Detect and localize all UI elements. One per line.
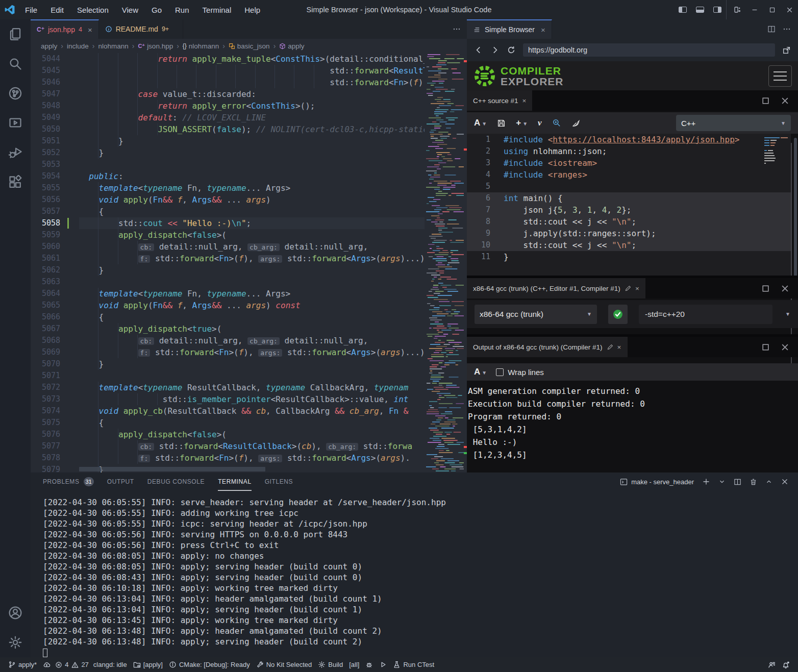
activity-run-view-icon[interactable] bbox=[0, 108, 31, 138]
edit-icon[interactable] bbox=[607, 344, 613, 351]
activity-search-icon[interactable] bbox=[0, 49, 31, 79]
status-bell[interactable] bbox=[779, 657, 793, 672]
status-gear[interactable]: Build bbox=[315, 657, 346, 672]
url-input[interactable]: https://godbolt.org bbox=[523, 43, 775, 57]
add-pane-button[interactable]: +▼ bbox=[516, 118, 528, 128]
maximize-panel-icon[interactable] bbox=[765, 478, 772, 485]
minimize-button[interactable] bbox=[746, 0, 763, 19]
compiler-explorer-logo-text[interactable]: COMPILER EXPLORER bbox=[501, 65, 564, 87]
menu-view[interactable]: View bbox=[116, 4, 144, 16]
menu-selection[interactable]: Selection bbox=[71, 4, 114, 16]
editor-more-actions-icon[interactable] bbox=[446, 19, 467, 39]
save-icon[interactable] bbox=[497, 119, 506, 128]
godbolt-source-editor[interactable]: 1#include <https://localhost:8443/apply/… bbox=[467, 134, 791, 276]
status-cloud-upload[interactable] bbox=[40, 657, 54, 672]
zoom-search-icon[interactable] bbox=[552, 118, 561, 128]
close-panel-icon[interactable] bbox=[781, 478, 789, 486]
font-size-button[interactable]: A▼ bbox=[474, 118, 487, 128]
panel-tab-debug-console[interactable]: DEBUG CONSOLE bbox=[147, 472, 205, 491]
quill-icon[interactable] bbox=[571, 119, 580, 128]
status-folder[interactable]: [apply] bbox=[130, 657, 166, 672]
breadcrumb-item[interactable]: apply bbox=[279, 42, 304, 50]
activity-files-icon[interactable] bbox=[0, 19, 31, 49]
maximize-button[interactable] bbox=[763, 0, 781, 19]
status-tools[interactable]: No Kit Selected bbox=[253, 657, 315, 672]
close-pane-icon[interactable] bbox=[780, 342, 790, 352]
terminal-output[interactable]: [2022-04-30 06:05:55] INFO: serve_header… bbox=[43, 497, 793, 654]
toggle-sidebar-icon[interactable] bbox=[674, 0, 691, 19]
edit-icon[interactable] bbox=[625, 285, 631, 292]
breadcrumb-item[interactable]: C⁺json.hpp bbox=[138, 42, 173, 50]
toggle-panel-icon[interactable] bbox=[691, 0, 709, 19]
status-bug[interactable] bbox=[362, 657, 376, 672]
status-beaker[interactable]: Run CTest bbox=[390, 657, 437, 672]
split-editor-icon[interactable] bbox=[767, 25, 776, 33]
close-icon[interactable]: × bbox=[88, 26, 92, 34]
language-select[interactable]: C++▼ bbox=[676, 115, 791, 131]
status-feedback[interactable] bbox=[764, 657, 779, 672]
reload-icon[interactable] bbox=[507, 45, 516, 55]
split-terminal-icon[interactable] bbox=[734, 478, 741, 486]
panel-tab-gitlens[interactable]: GITLENS bbox=[265, 472, 293, 491]
close-window-button[interactable] bbox=[781, 0, 798, 19]
close-icon[interactable]: × bbox=[635, 285, 639, 292]
maximize-pane-icon[interactable] bbox=[761, 284, 770, 293]
tab-output[interactable]: Output of x86-64 gcc (trunk) (Compiler #… bbox=[467, 337, 628, 357]
terminal-dropdown-icon[interactable] bbox=[718, 478, 726, 485]
status-play[interactable] bbox=[376, 657, 390, 672]
status-clangd-idle[interactable]: clangd: idle bbox=[90, 657, 130, 672]
customize-layout-icon[interactable] bbox=[729, 0, 746, 19]
status-error[interactable]: 4 bbox=[54, 657, 70, 672]
compiler-options-input[interactable]: -std=c++20 bbox=[639, 305, 772, 324]
breadcrumb-item[interactable]: nlohmann bbox=[98, 42, 128, 50]
maximize-pane-icon[interactable] bbox=[761, 343, 770, 352]
menu-edit[interactable]: Edit bbox=[45, 4, 69, 16]
font-size-button[interactable]: A▼ bbox=[474, 367, 487, 377]
more-actions-icon[interactable] bbox=[783, 25, 791, 33]
code-editor[interactable]: 5044 return apply_make_tuple<ConstThis>(… bbox=[31, 53, 467, 472]
menu-run[interactable]: Run bbox=[169, 4, 195, 16]
back-icon[interactable] bbox=[474, 45, 483, 55]
breadcrumb-item[interactable]: apply bbox=[41, 42, 57, 50]
options-dropdown-icon[interactable]: ▼ bbox=[785, 311, 790, 317]
tab-README.md[interactable]: README.md9+ bbox=[99, 19, 184, 39]
breadcrumb[interactable]: apply›include›nlohmann›C⁺json.hpp›{}nloh… bbox=[31, 39, 467, 53]
close-pane-icon[interactable] bbox=[780, 96, 790, 106]
open-external-icon[interactable] bbox=[782, 46, 791, 55]
webview-scrollbar[interactable] bbox=[794, 138, 797, 283]
hamburger-menu-icon[interactable] bbox=[768, 65, 792, 87]
activity-account-icon[interactable] bbox=[0, 598, 31, 628]
toggle-secondary-sidebar-icon[interactable] bbox=[709, 0, 726, 19]
tab-json.hpp[interactable]: C⁺json.hpp4× bbox=[31, 19, 99, 39]
wrap-lines-checkbox[interactable] bbox=[496, 368, 504, 376]
panel-tab-output[interactable]: OUTPUT bbox=[107, 472, 134, 491]
breadcrumb-item[interactable]: include bbox=[67, 42, 89, 50]
forward-icon[interactable] bbox=[490, 45, 500, 55]
close-pane-icon[interactable] bbox=[780, 284, 790, 293]
vim-toggle-icon[interactable]: v bbox=[538, 118, 542, 128]
menu-terminal[interactable]: Terminal bbox=[197, 4, 237, 16]
compiler-select[interactable]: x86-64 gcc (trunk)▼ bbox=[475, 305, 597, 324]
activity-settings-gear-icon[interactable] bbox=[0, 628, 31, 657]
status-info[interactable]: CMake: [Debug]: Ready bbox=[166, 657, 253, 672]
status--all-[interactable]: [all] bbox=[346, 657, 362, 672]
new-terminal-icon[interactable] bbox=[702, 478, 710, 486]
menu-file[interactable]: File bbox=[19, 4, 43, 16]
godbolt-editor-scrollbar[interactable] bbox=[791, 143, 792, 395]
maximize-pane-icon[interactable] bbox=[761, 96, 770, 105]
breadcrumb-item[interactable]: basic_json bbox=[229, 42, 270, 50]
activity-extensions-icon[interactable] bbox=[0, 167, 31, 197]
activity-source-control-icon[interactable] bbox=[0, 79, 31, 108]
status-warning[interactable]: 27 bbox=[70, 657, 90, 672]
minimap[interactable] bbox=[425, 53, 464, 472]
panel-tab-terminal[interactable]: TERMINAL bbox=[218, 472, 251, 491]
menu-help[interactable]: Help bbox=[239, 4, 266, 16]
kill-terminal-icon[interactable] bbox=[750, 478, 757, 486]
close-icon[interactable]: × bbox=[541, 26, 545, 34]
activity-debug-icon[interactable] bbox=[0, 138, 31, 167]
close-icon[interactable]: × bbox=[522, 97, 527, 105]
tab-cpp-source[interactable]: C++ source #1 × bbox=[467, 90, 532, 111]
close-icon[interactable]: × bbox=[617, 343, 621, 351]
horizontal-scrollbar[interactable] bbox=[79, 467, 265, 471]
panel-tab-problems[interactable]: PROBLEMS31 bbox=[43, 472, 94, 491]
